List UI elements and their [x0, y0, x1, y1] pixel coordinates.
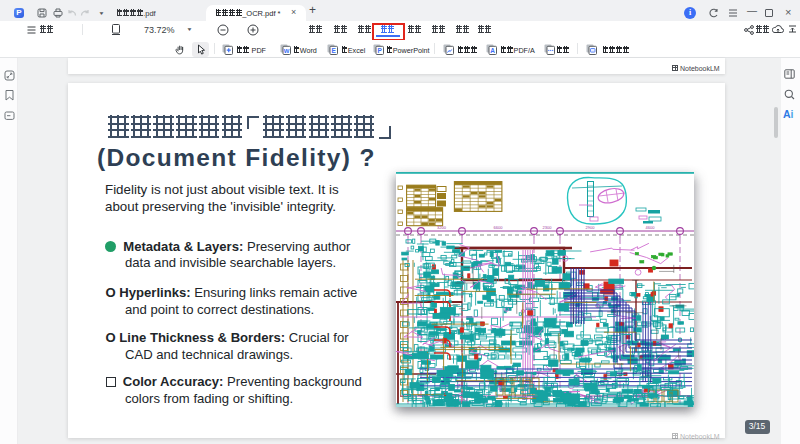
svg-text:W: W: [283, 47, 289, 53]
svg-text:A: A: [490, 46, 495, 53]
svg-text:2900: 2900: [586, 225, 596, 230]
svg-text:2300: 2300: [543, 225, 553, 230]
svg-text:6600: 6600: [494, 225, 504, 230]
svg-text:4600: 4600: [646, 225, 656, 230]
svg-text:P: P: [377, 46, 382, 53]
svg-text:3200: 3200: [437, 225, 447, 230]
svg-text:E: E: [331, 46, 336, 53]
